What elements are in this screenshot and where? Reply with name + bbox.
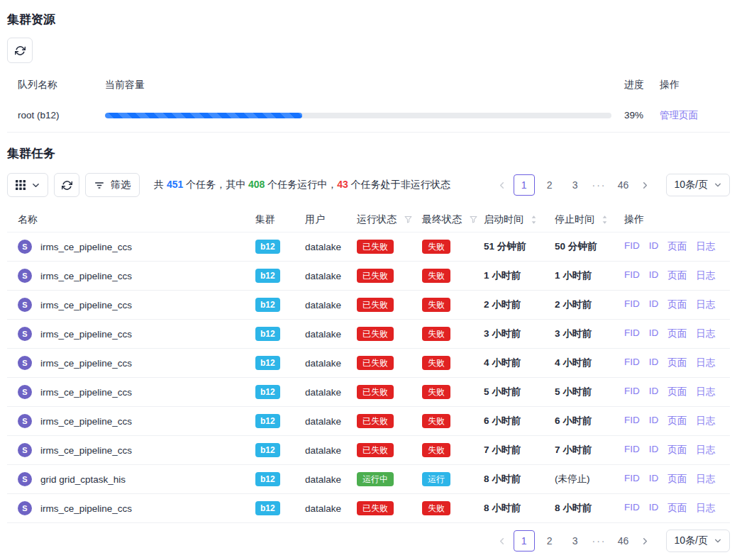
run-status-badge: 运行中 — [357, 472, 394, 486]
sort-icon[interactable] — [602, 215, 608, 225]
id-link[interactable]: ID — [649, 386, 659, 398]
id-link[interactable]: ID — [649, 240, 659, 253]
cluster-badge: b12 — [255, 414, 280, 428]
log-link[interactable]: 日志 — [696, 357, 715, 369]
tasks-refresh-button[interactable] — [54, 173, 79, 197]
fid-link[interactable]: FID — [624, 444, 640, 457]
pagination-page-2[interactable]: 2 — [539, 174, 560, 196]
page-link[interactable]: 页面 — [667, 327, 687, 340]
fid-link[interactable]: FID — [624, 298, 640, 311]
page-link[interactable]: 页面 — [667, 269, 687, 282]
page-link[interactable]: 页面 — [667, 502, 687, 515]
task-actions: FID ID 页面 日志 — [624, 386, 730, 398]
run-status-badge: 已失败 — [357, 414, 394, 428]
task-avatar: S — [18, 385, 32, 399]
fid-link[interactable]: FID — [624, 473, 640, 486]
fid-link[interactable]: FID — [624, 240, 640, 253]
pagination-next-icon[interactable] — [636, 174, 655, 196]
task-count-summary: 共 451 个任务，其中 408 个任务运行中，43 个任务处于非运行状态 — [154, 179, 450, 191]
start-time: 3 小时前 — [484, 327, 555, 340]
page: 集群资源 队列名称 当前容量 进度 操作 root (b12) — [0, 0, 737, 560]
resource-row: root (b12) 39% 管理页面 — [7, 99, 730, 133]
task-name-cell: S irms_ce_pipeline_ccs — [18, 501, 255, 515]
filter-button[interactable]: 筛选 — [85, 173, 140, 197]
id-link[interactable]: ID — [649, 502, 659, 515]
page-link[interactable]: 页面 — [667, 240, 687, 253]
pagination-page-46[interactable]: 46 — [613, 530, 634, 551]
id-link[interactable]: ID — [649, 298, 659, 311]
task-row: S irms_ce_pipeline_ccs b12 datalake 已失败 … — [7, 320, 730, 349]
log-link[interactable]: 日志 — [696, 386, 715, 398]
log-link[interactable]: 日志 — [696, 298, 715, 311]
task-actions: FID ID 页面 日志 — [624, 415, 730, 427]
fid-link[interactable]: FID — [624, 386, 640, 398]
start-time: 51 分钟前 — [484, 240, 555, 253]
task-name: irms_ce_pipeline_ccs — [40, 387, 132, 398]
filter-funnel-icon[interactable] — [469, 215, 478, 224]
run-status-badge: 已失败 — [357, 356, 394, 370]
pagination-page-1[interactable]: 1 — [514, 530, 535, 551]
cluster-badge: b12 — [255, 501, 280, 515]
resources-title: 集群资源 — [7, 11, 730, 28]
page-link[interactable]: 页面 — [667, 473, 687, 486]
pagination-page-46[interactable]: 46 — [613, 174, 634, 196]
page-link[interactable]: 页面 — [667, 415, 687, 427]
cluster-resources-section: 集群资源 队列名称 当前容量 进度 操作 root (b12) — [7, 11, 730, 133]
fid-link[interactable]: FID — [624, 327, 640, 340]
task-user: datalake — [305, 474, 357, 485]
stop-time: 7 小时前 — [555, 444, 624, 457]
log-link[interactable]: 日志 — [696, 415, 715, 427]
fid-link[interactable]: FID — [624, 269, 640, 282]
fid-link[interactable]: FID — [624, 357, 640, 369]
page-size-select[interactable]: 10条/页 — [666, 174, 730, 196]
filter-funnel-icon[interactable] — [404, 215, 413, 224]
chevron-down-icon — [32, 181, 40, 189]
page-link[interactable]: 页面 — [667, 298, 687, 311]
pagination-next-icon[interactable] — [636, 530, 655, 551]
id-link[interactable]: ID — [649, 473, 659, 486]
column-settings-button[interactable] — [7, 173, 48, 197]
resources-refresh-button[interactable] — [7, 38, 33, 63]
manage-page-link[interactable]: 管理页面 — [660, 110, 698, 121]
fid-link[interactable]: FID — [624, 415, 640, 427]
pagination-page-3[interactable]: 3 — [565, 530, 586, 551]
sort-icon[interactable] — [531, 215, 537, 225]
cluster-badge: b12 — [255, 443, 280, 457]
page-size-select[interactable]: 10条/页 — [666, 530, 730, 552]
run-status-badge: 已失败 — [357, 269, 394, 283]
task-avatar: S — [18, 443, 32, 457]
stop-time: 1 小时前 — [555, 269, 624, 282]
page-link[interactable]: 页面 — [667, 357, 687, 369]
task-actions: FID ID 页面 日志 — [624, 327, 730, 340]
page-link[interactable]: 页面 — [667, 444, 687, 457]
page-link[interactable]: 页面 — [667, 386, 687, 398]
pagination-ellipsis[interactable]: ··· — [590, 179, 609, 191]
id-link[interactable]: ID — [649, 415, 659, 427]
pagination-ellipsis[interactable]: ··· — [590, 535, 609, 547]
task-row: S grid grid_cptask_his b12 datalake 运行中 … — [7, 465, 730, 494]
id-link[interactable]: ID — [649, 327, 659, 340]
cluster-badge: b12 — [255, 385, 280, 399]
log-link[interactable]: 日志 — [696, 473, 715, 486]
log-link[interactable]: 日志 — [696, 444, 715, 457]
pagination-prev-icon[interactable] — [493, 530, 511, 551]
id-link[interactable]: ID — [649, 444, 659, 457]
id-link[interactable]: ID — [649, 269, 659, 282]
chevron-down-icon — [714, 181, 721, 189]
pagination-prev-icon[interactable] — [493, 174, 511, 196]
col-final-status: 最终状态 — [422, 213, 484, 226]
pagination-page-2[interactable]: 2 — [539, 530, 560, 551]
pagination-page-1[interactable]: 1 — [514, 174, 535, 196]
task-name: irms_ce_pipeline_ccs — [40, 242, 132, 252]
stop-time: 3 小时前 — [555, 327, 624, 340]
final-status-badge: 运行 — [422, 472, 450, 486]
pagination-page-3[interactable]: 3 — [565, 174, 586, 196]
log-link[interactable]: 日志 — [696, 502, 715, 515]
log-link[interactable]: 日志 — [696, 269, 715, 282]
fid-link[interactable]: FID — [624, 502, 640, 515]
col-name: 名称 — [18, 213, 255, 226]
task-user: datalake — [305, 300, 357, 310]
id-link[interactable]: ID — [649, 357, 659, 369]
log-link[interactable]: 日志 — [696, 240, 715, 253]
log-link[interactable]: 日志 — [696, 327, 715, 340]
